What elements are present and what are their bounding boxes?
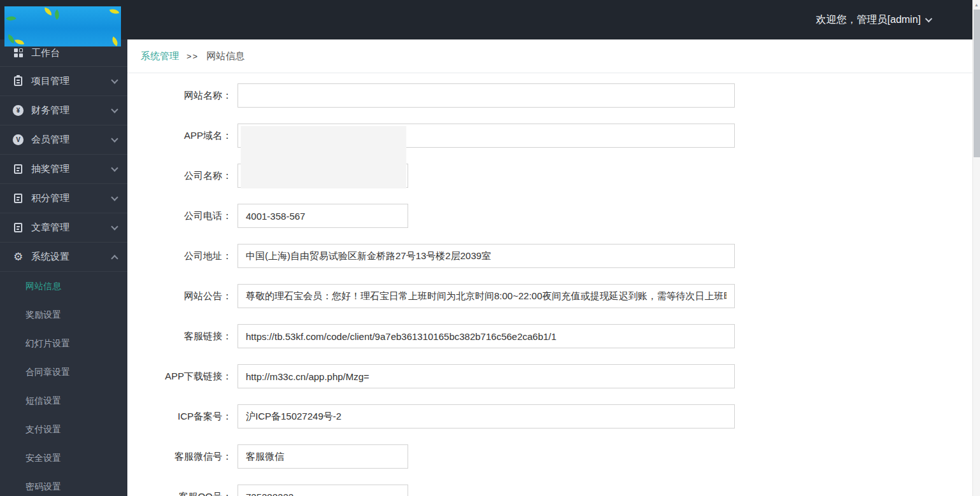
leaf-decoration xyxy=(43,7,53,15)
website-info-form: 网站名称： APP域名： 公司名称： 公司电话： 公司地址： 网站公告： 客服链… xyxy=(127,73,972,496)
sidebar-item-projects[interactable]: 项目管理 xyxy=(0,67,127,96)
scrollbar-up-arrow[interactable]: ▲ xyxy=(973,0,980,9)
site-name-label: 网站名称： xyxy=(127,83,238,108)
sidebar-item-label: 财务管理 xyxy=(31,104,112,117)
sidebar-item-label: 会员管理 xyxy=(31,134,112,146)
chevron-up-icon xyxy=(111,255,118,262)
topbar: 欢迎您，管理员[admin] xyxy=(0,0,972,39)
leaf-decoration xyxy=(52,10,62,20)
chevron-down-icon xyxy=(111,106,118,113)
form-row: 网站公告： xyxy=(127,284,972,308)
breadcrumb-separator: >> xyxy=(187,52,199,61)
chevron-down-icon xyxy=(111,76,118,83)
submenu-item-payment-settings[interactable]: 支付设置 xyxy=(0,415,127,444)
submenu-item-security-settings[interactable]: 安全设置 xyxy=(0,444,127,472)
chevron-down-icon xyxy=(925,15,932,22)
service-link-input[interactable] xyxy=(238,324,735,348)
company-name-label: 公司名称： xyxy=(127,164,238,188)
system-settings-submenu: 网站信息 奖励设置 幻灯片设置 合同章设置 短信设置 支付设置 安全设置 密码设… xyxy=(0,272,127,496)
sidebar-item-label: 抽奖管理 xyxy=(31,163,112,175)
user-menu[interactable]: 欢迎您，管理员[admin] xyxy=(816,0,930,39)
breadcrumb-current: 网站信息 xyxy=(206,50,245,62)
main-content: 系统管理 >> 网站信息 网站名称： APP域名： 公司名称： 公司电话： 公司… xyxy=(127,39,972,496)
v-coin-icon: V xyxy=(13,134,24,145)
form-row: 客服QQ号： xyxy=(127,485,972,496)
sidebar: 工作台 项目管理 ¥ 财务管理 V 会员管理 抽奖管理 积分管理 文章管理 xyxy=(0,39,127,496)
company-phone-input[interactable] xyxy=(238,204,408,228)
company-phone-label: 公司电话： xyxy=(127,204,238,228)
service-wechat-label: 客服微信号： xyxy=(127,444,238,469)
company-address-label: 公司地址： xyxy=(127,244,238,268)
form-row: 网站名称： xyxy=(127,83,972,108)
sidebar-item-points[interactable]: 积分管理 xyxy=(0,184,127,213)
clipboard-icon xyxy=(13,76,24,86)
sidebar-item-label: 积分管理 xyxy=(31,192,112,204)
site-notice-input[interactable] xyxy=(238,284,735,308)
service-qq-label: 客服QQ号： xyxy=(127,485,238,496)
icp-number-input[interactable] xyxy=(238,404,735,429)
sidebar-item-articles[interactable]: 文章管理 xyxy=(0,213,127,243)
sidebar-item-lottery[interactable]: 抽奖管理 xyxy=(0,155,127,184)
doc-icon xyxy=(13,223,24,232)
form-row: 公司电话： xyxy=(127,204,972,228)
sidebar-item-members[interactable]: V 会员管理 xyxy=(0,125,127,155)
chevron-down-icon xyxy=(111,135,118,142)
sidebar-item-label: 项目管理 xyxy=(31,75,112,87)
chevron-down-icon xyxy=(111,223,118,230)
form-row: 客服链接： xyxy=(127,324,972,348)
submenu-item-website-info[interactable]: 网站信息 xyxy=(0,272,127,301)
sidebar-item-finance[interactable]: ¥ 财务管理 xyxy=(0,96,127,125)
submenu-item-password-settings[interactable]: 密码设置 xyxy=(0,472,127,496)
form-row: ICP备案号： xyxy=(127,404,972,429)
leaf-decoration xyxy=(15,38,24,46)
redaction-overlay xyxy=(241,126,406,188)
chevron-down-icon xyxy=(111,194,118,201)
sidebar-item-label: 工作台 xyxy=(31,47,117,59)
sidebar-item-system-settings[interactable]: ⚙ 系统设置 xyxy=(0,243,127,272)
app-download-link-label: APP下载链接： xyxy=(127,364,238,388)
breadcrumb: 系统管理 >> 网站信息 xyxy=(127,39,972,73)
app-domain-label: APP域名： xyxy=(127,124,238,148)
chevron-down-icon xyxy=(111,164,118,171)
logo[interactable] xyxy=(4,6,121,46)
welcome-text: 欢迎您，管理员[admin] xyxy=(816,13,921,27)
service-wechat-input[interactable] xyxy=(238,444,408,469)
sidebar-item-label: 文章管理 xyxy=(31,222,112,234)
doc-icon xyxy=(13,164,24,174)
gear-icon: ⚙ xyxy=(13,252,24,262)
form-row: 客服微信号： xyxy=(127,444,972,469)
leaf-decoration xyxy=(110,7,120,16)
submenu-item-sms-settings[interactable]: 短信设置 xyxy=(0,386,127,415)
icp-number-label: ICP备案号： xyxy=(127,404,238,429)
service-link-label: 客服链接： xyxy=(127,324,238,348)
app-download-link-input[interactable] xyxy=(238,364,735,388)
site-name-input[interactable] xyxy=(238,83,735,108)
site-notice-label: 网站公告： xyxy=(127,284,238,308)
sidebar-item-label: 系统设置 xyxy=(31,251,112,263)
service-qq-input[interactable] xyxy=(238,485,408,496)
scrollbar-thumb[interactable] xyxy=(974,10,980,157)
grid-icon xyxy=(13,48,24,57)
form-row: 公司地址： xyxy=(127,244,972,268)
submenu-item-contract-seal-settings[interactable]: 合同章设置 xyxy=(0,358,127,386)
scrollbar-track[interactable]: ▲ xyxy=(972,0,980,496)
submenu-item-slideshow-settings[interactable]: 幻灯片设置 xyxy=(0,329,127,358)
doc-icon xyxy=(13,194,24,203)
leaf-decoration xyxy=(6,34,16,44)
form-row: APP下载链接： xyxy=(127,364,972,388)
breadcrumb-section-link[interactable]: 系统管理 xyxy=(141,50,179,62)
yen-coin-icon: ¥ xyxy=(13,105,24,116)
submenu-item-reward-settings[interactable]: 奖励设置 xyxy=(0,301,127,329)
leaf-decoration xyxy=(6,13,16,24)
leaf-decoration xyxy=(110,36,120,46)
company-address-input[interactable] xyxy=(238,244,735,268)
